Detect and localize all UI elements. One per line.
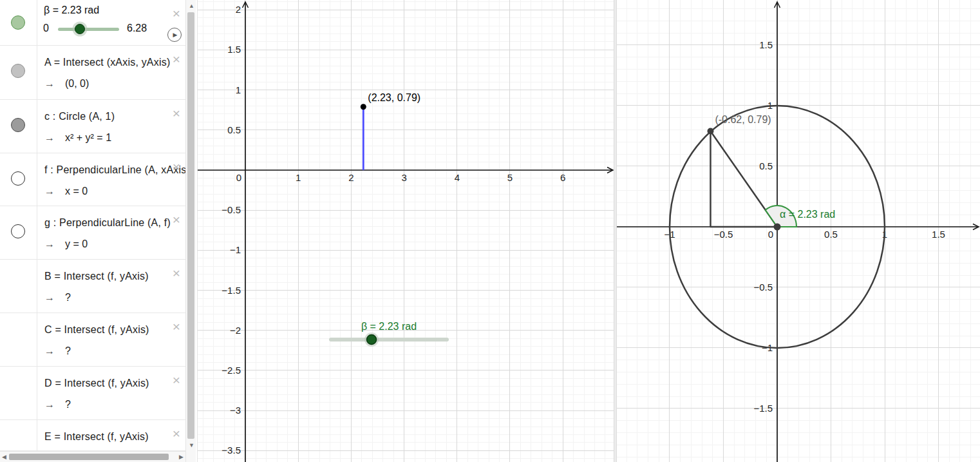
angle-alpha-label: α = 2.23 rad — [780, 209, 835, 220]
object-definition: c : Circle (A, 1) — [44, 100, 169, 122]
object-value: (0, 0) — [65, 78, 89, 90]
slider-knob[interactable] — [75, 24, 85, 34]
maps-to-arrow-icon: → — [44, 186, 55, 197]
svg-text:2: 2 — [236, 4, 241, 15]
algebra-row-beta[interactable]: β = 2.23 rad06.28▶× — [0, 0, 185, 46]
object-definition: B = Intersect (f, yAxis) — [44, 260, 169, 282]
geogebra-app: β = 2.23 rad06.28▶×A = Intersect (xAxis,… — [0, 0, 980, 462]
algebra-row-C[interactable]: C = Intersect (f, yAxis)→?× — [0, 313, 185, 367]
column-separator — [37, 260, 37, 313]
delete-object-icon[interactable]: × — [173, 427, 180, 440]
column-separator — [37, 313, 37, 366]
visibility-toggle-f[interactable] — [11, 171, 25, 186]
maps-to-arrow-icon: → — [44, 399, 55, 410]
visibility-toggle-A[interactable] — [11, 64, 25, 78]
delete-object-icon[interactable]: × — [173, 6, 180, 20]
object-definition: D = Intersect (f, yAxis) — [44, 367, 169, 389]
svg-text:3: 3 — [401, 172, 406, 183]
horizontal-scrollbar[interactable]: ◀ ▶ — [0, 451, 185, 462]
object-definition: E = Intersect (f, yAxis) — [44, 420, 169, 443]
horizontal-scrollbar-thumb[interactable] — [9, 454, 169, 460]
svg-text:−1.5: −1.5 — [753, 403, 773, 414]
slider-track[interactable] — [58, 28, 119, 31]
svg-text:0.5: 0.5 — [824, 229, 838, 240]
slider-max-label: 6.28 — [127, 23, 147, 34]
object-value: ? — [65, 345, 71, 357]
delete-object-icon[interactable]: × — [173, 106, 180, 120]
svg-text:4: 4 — [455, 172, 460, 183]
svg-text:−1.5: −1.5 — [221, 285, 241, 296]
delete-object-icon[interactable]: × — [173, 160, 180, 173]
maps-to-arrow-icon: → — [44, 238, 55, 250]
point-on-circle-label: (-0.62, 0.79) — [715, 114, 771, 125]
scroll-left-icon[interactable]: ◀ — [2, 454, 6, 460]
visibility-toggle-beta[interactable] — [11, 15, 25, 30]
object-definition: A = Intersect (xAxis, yAxis) — [44, 46, 169, 68]
algebra-row-E[interactable]: E = Intersect (f, yAxis)× — [0, 420, 185, 451]
svg-text:1.5: 1.5 — [932, 229, 945, 240]
axes — [198, 2, 613, 462]
traced-point-label: (2.23, 0.79) — [368, 92, 420, 103]
graphics-view-1-canvas[interactable]: 012345621.510.5−0.5−1−1.5−2−2.5−3−3.5(2.… — [198, 0, 614, 462]
algebra-row-c[interactable]: c : Circle (A, 1)→x² + y² = 1× — [0, 100, 185, 153]
svg-text:5: 5 — [507, 172, 513, 183]
slider-min-label: 0 — [43, 23, 49, 34]
object-value: y = 0 — [65, 238, 88, 250]
svg-text:0.5: 0.5 — [227, 124, 241, 135]
delete-object-icon[interactable]: × — [173, 52, 180, 66]
object-definition: g : PerpendicularLine (A, f) — [44, 206, 169, 229]
algebra-row-B[interactable]: B = Intersect (f, yAxis)→?× — [0, 260, 185, 313]
object-definition: C = Intersect (f, yAxis) — [44, 313, 169, 336]
column-separator — [37, 153, 37, 206]
algebra-row-f[interactable]: f : PerpendicularLine (A, xAxis)→x = 0× — [0, 153, 185, 206]
play-button[interactable]: ▶ — [167, 28, 182, 42]
vertical-scrollbar-thumb[interactable] — [187, 12, 194, 439]
svg-text:−3.5: −3.5 — [221, 445, 241, 456]
object-value-row: →x = 0 — [44, 186, 185, 197]
graphics-view-2[interactable]: −1−0.500.511.51.510.5−0.5−1−1.5(-0.62, 0… — [617, 0, 980, 462]
svg-text:1.5: 1.5 — [227, 44, 241, 55]
svg-text:0: 0 — [236, 172, 241, 183]
origin-point[interactable] — [774, 223, 781, 230]
vertical-scrollbar[interactable]: ▲ ▼ — [185, 0, 196, 462]
scroll-down-icon[interactable]: ▼ — [189, 443, 194, 448]
slider-beta-track[interactable] — [329, 338, 449, 342]
slider-beta-label: β = 2.23 rad — [361, 321, 417, 332]
object-value: x² + y² = 1 — [65, 132, 111, 144]
column-separator — [37, 206, 37, 259]
algebra-row-D[interactable]: D = Intersect (f, yAxis)→?× — [0, 367, 185, 420]
object-value-row: →? — [44, 399, 185, 410]
object-value-row: →? — [44, 292, 185, 303]
svg-text:−1: −1 — [230, 244, 241, 255]
delete-object-icon[interactable]: × — [173, 320, 180, 333]
visibility-toggle-g[interactable] — [11, 224, 25, 238]
svg-text:6: 6 — [560, 172, 565, 183]
object-value-row: →(0, 0) — [44, 78, 185, 90]
traced-point[interactable] — [361, 104, 366, 110]
object-definition: f : PerpendicularLine (A, xAxis) — [44, 153, 169, 176]
slider-beta-knob[interactable] — [367, 335, 377, 345]
column-separator — [37, 367, 37, 419]
delete-object-icon[interactable]: × — [173, 373, 180, 387]
maps-to-arrow-icon: → — [44, 78, 55, 90]
svg-text:−0.5: −0.5 — [753, 282, 773, 293]
svg-text:−2.5: −2.5 — [221, 365, 241, 376]
graphics-view-1[interactable]: 012345621.510.5−0.5−1−1.5−2−2.5−3−3.5(2.… — [197, 0, 614, 462]
visibility-toggle-c[interactable] — [11, 118, 25, 132]
grid — [198, 0, 614, 462]
scroll-right-icon[interactable]: ▶ — [179, 454, 184, 460]
svg-text:−0.5: −0.5 — [714, 229, 733, 240]
point-on-circle[interactable] — [707, 128, 713, 134]
graphics-view-2-canvas[interactable]: −1−0.500.511.51.510.5−0.5−1−1.5(-0.62, 0… — [617, 0, 980, 462]
svg-text:1.5: 1.5 — [759, 39, 773, 50]
slider-label: β = 2.23 rad — [44, 5, 99, 16]
svg-text:−3: −3 — [230, 405, 241, 416]
algebra-row-A[interactable]: A = Intersect (xAxis, yAxis)→(0, 0)× — [0, 46, 185, 100]
delete-object-icon[interactable]: × — [173, 266, 180, 280]
scroll-up-icon[interactable]: ▲ — [189, 3, 194, 9]
algebra-row-g[interactable]: g : PerpendicularLine (A, f)→y = 0× — [0, 206, 185, 260]
delete-object-icon[interactable]: × — [173, 213, 180, 226]
svg-text:−0.5: −0.5 — [221, 204, 241, 215]
svg-text:2: 2 — [348, 172, 353, 183]
column-separator — [37, 420, 37, 450]
